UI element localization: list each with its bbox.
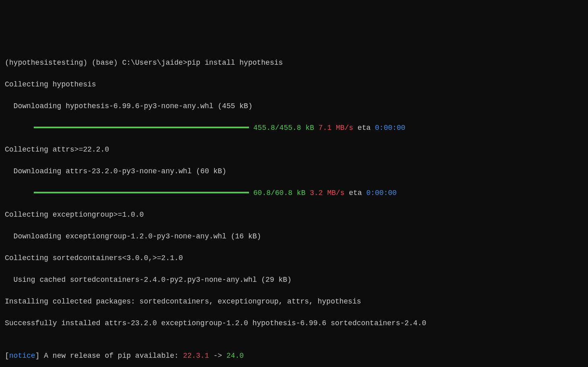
output-line: Installing collected packages: sortedcon… (5, 296, 583, 307)
output-line: Collecting sortedcontainers<3.0.0,>=2.1.… (5, 253, 583, 264)
command: pip install hypothesis (187, 59, 283, 67)
progress-line: 455.8/455.8 kB 7.1 MB/s eta 0:00:00 (5, 123, 583, 133)
progress-speed: 3.2 MB/s (310, 189, 344, 197)
notice-label: notice (9, 352, 35, 360)
prompt: (hypothesistesting) (base) C:\Users\jaid… (5, 59, 187, 67)
progress-bar-icon (34, 127, 249, 128)
eta-value: 0:00:00 (375, 124, 405, 132)
output-line: Downloading hypothesis-6.99.6-py3-none-a… (5, 101, 583, 112)
progress-speed: 7.1 MB/s (319, 124, 353, 132)
notice-line: [notice] A new release of pip available:… (5, 351, 583, 361)
output-line: Downloading attrs-23.2.0-py3-none-any.wh… (5, 166, 583, 177)
progress-size: 455.8/455.8 kB (253, 124, 314, 132)
output-line: Downloading exceptiongroup-1.2.0-py3-non… (5, 231, 583, 242)
progress-line: 60.8/60.8 kB 3.2 MB/s eta 0:00:00 (5, 188, 583, 199)
output-line: Using cached sortedcontainers-2.4.0-py2.… (5, 275, 583, 285)
output-line: Collecting attrs>=22.2.0 (5, 144, 583, 155)
eta-value: 0:00:00 (366, 189, 397, 197)
eta-label: eta (358, 124, 370, 132)
output-line: Successfully installed attrs-23.2.0 exce… (5, 318, 583, 329)
prompt-line: (hypothesistesting) (base) C:\Users\jaid… (5, 57, 583, 68)
progress-bar-icon (34, 192, 249, 193)
terminal-output[interactable]: (hypothesistesting) (base) C:\Users\jaid… (5, 47, 583, 367)
new-version: 24.0 (226, 352, 244, 360)
progress-size: 60.8/60.8 kB (253, 189, 306, 197)
output-line: Collecting hypothesis (5, 79, 583, 90)
old-version: 22.3.1 (183, 352, 209, 360)
eta-label: eta (349, 189, 362, 197)
output-line: Collecting exceptiongroup>=1.0.0 (5, 209, 583, 220)
